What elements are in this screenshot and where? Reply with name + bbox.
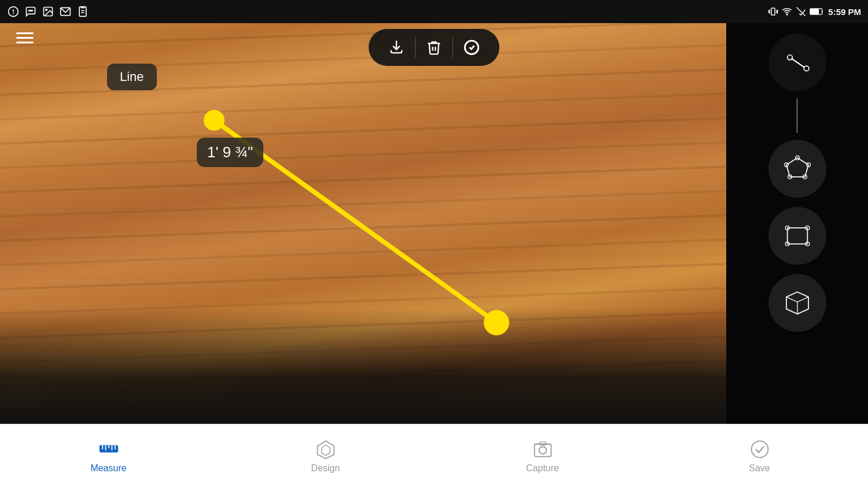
svg-line-27 bbox=[791, 58, 804, 68]
design-icon bbox=[315, 439, 336, 460]
measurement-value[interactable]: 1' 9 ¾" bbox=[197, 138, 263, 167]
nav-save[interactable]: Save bbox=[651, 439, 868, 474]
svg-marker-47 bbox=[317, 441, 334, 459]
toolbar-divider-1 bbox=[415, 37, 415, 58]
top-toolbar bbox=[369, 29, 499, 66]
wifi-icon bbox=[782, 6, 792, 17]
download-button[interactable] bbox=[380, 34, 413, 61]
cube-tool-button[interactable] bbox=[768, 274, 826, 332]
clipboard-icon bbox=[76, 5, 89, 18]
vibrate-icon bbox=[768, 6, 778, 17]
capture-icon bbox=[532, 439, 553, 460]
svg-rect-11 bbox=[771, 8, 775, 15]
svg-rect-34 bbox=[787, 228, 807, 244]
svg-rect-49 bbox=[534, 444, 551, 457]
svg-marker-28 bbox=[786, 158, 808, 177]
chat-icon bbox=[24, 5, 37, 18]
svg-point-50 bbox=[539, 447, 546, 454]
save-icon bbox=[749, 439, 770, 460]
nav-capture[interactable]: Capture bbox=[434, 439, 651, 474]
svg-point-4 bbox=[32, 10, 33, 12]
svg-point-2 bbox=[29, 10, 30, 12]
design-label: Design bbox=[311, 463, 340, 474]
svg-point-52 bbox=[751, 441, 768, 458]
status-icons-left: ! bbox=[7, 5, 89, 18]
hamburger-menu[interactable] bbox=[12, 28, 38, 48]
svg-point-3 bbox=[30, 10, 31, 12]
polygon-tool-button[interactable] bbox=[768, 140, 826, 198]
svg-point-6 bbox=[46, 9, 47, 10]
toolbar-divider-2 bbox=[453, 37, 453, 58]
right-separator bbox=[796, 98, 798, 133]
bottom-nav: Measure Design Capture bbox=[0, 424, 868, 488]
svg-point-23 bbox=[465, 40, 478, 54]
save-label: Save bbox=[749, 463, 770, 474]
svg-marker-48 bbox=[321, 445, 329, 456]
mail-icon bbox=[59, 5, 72, 18]
signal-icon bbox=[796, 6, 806, 17]
measure-icon bbox=[98, 439, 119, 460]
capture-label: Capture bbox=[526, 463, 559, 474]
nav-design[interactable]: Design bbox=[217, 439, 434, 474]
rectangle-tool-button[interactable] bbox=[768, 207, 826, 265]
notification-icon: ! bbox=[7, 5, 20, 18]
image-icon bbox=[42, 5, 54, 18]
svg-point-26 bbox=[804, 66, 809, 71]
delete-button[interactable] bbox=[418, 34, 450, 61]
svg-rect-19 bbox=[811, 9, 819, 14]
battery-icon bbox=[810, 7, 825, 16]
svg-point-16 bbox=[787, 14, 788, 16]
svg-text:!: ! bbox=[12, 8, 14, 15]
status-time: 5:59 PM bbox=[828, 7, 861, 17]
status-bar: ! 5:59 PM bbox=[0, 0, 868, 23]
confirm-button[interactable] bbox=[455, 34, 488, 61]
status-icons-right: 5:59 PM bbox=[768, 6, 861, 17]
svg-rect-51 bbox=[539, 442, 546, 445]
nav-measure[interactable]: Measure bbox=[0, 439, 217, 474]
line-label[interactable]: Line bbox=[107, 64, 157, 90]
line-tool-button[interactable] bbox=[768, 34, 826, 91]
svg-rect-8 bbox=[79, 7, 86, 17]
right-panel bbox=[726, 23, 868, 424]
measure-label: Measure bbox=[90, 463, 126, 474]
